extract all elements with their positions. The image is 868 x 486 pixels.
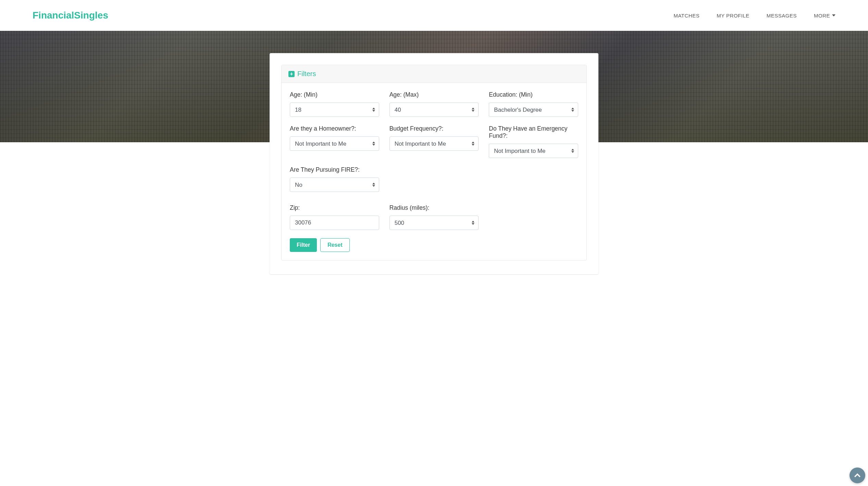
filters-body: Age: (Min) 18 Age: (Max) 40 bbox=[282, 83, 586, 260]
nav-links: MATCHES MY PROFILE MESSAGES MORE bbox=[673, 13, 835, 19]
zip-input[interactable] bbox=[290, 216, 379, 230]
zip-label: Zip: bbox=[290, 204, 379, 211]
nav-more-label: MORE bbox=[814, 13, 830, 19]
filters-title: Filters bbox=[297, 70, 316, 78]
nav-my-profile[interactable]: MY PROFILE bbox=[717, 13, 749, 19]
emergency-fund-select[interactable]: Not Important to Me bbox=[489, 144, 578, 158]
age-min-label: Age: (Min) bbox=[290, 91, 379, 98]
fire-label: Are They Pursuing FIRE?: bbox=[290, 166, 379, 173]
age-min-select[interactable]: 18 bbox=[290, 102, 379, 117]
chevron-down-icon bbox=[832, 14, 835, 16]
filters-panel: + Filters Age: (Min) 18 bbox=[281, 65, 587, 260]
budget-frequency-label: Budget Frequency?: bbox=[389, 125, 479, 132]
plus-icon: + bbox=[288, 71, 295, 77]
filters-header[interactable]: + Filters bbox=[282, 65, 586, 83]
nav-matches[interactable]: MATCHES bbox=[673, 13, 699, 19]
brand-logo[interactable]: FinancialSingles bbox=[33, 10, 108, 21]
nav-more[interactable]: MORE bbox=[814, 13, 835, 19]
radius-label: Radius (miles): bbox=[389, 204, 479, 211]
education-min-select[interactable]: Bachelor's Degree bbox=[489, 102, 578, 117]
fire-select[interactable]: No bbox=[290, 178, 379, 192]
budget-frequency-select[interactable]: Not Important to Me bbox=[389, 136, 479, 151]
emergency-fund-label: Do They Have an Emergency Fund?: bbox=[489, 125, 578, 139]
age-max-label: Age: (Max) bbox=[389, 91, 479, 98]
radius-select[interactable]: 500 bbox=[389, 216, 479, 230]
filters-card: + Filters Age: (Min) 18 bbox=[270, 53, 598, 274]
filter-button[interactable]: Filter bbox=[290, 238, 317, 252]
reset-button[interactable]: Reset bbox=[320, 238, 350, 252]
age-max-select[interactable]: 40 bbox=[389, 102, 479, 117]
navbar: FinancialSingles MATCHES MY PROFILE MESS… bbox=[0, 0, 868, 31]
homeowner-select[interactable]: Not Important to Me bbox=[290, 136, 379, 151]
education-min-label: Education: (Min) bbox=[489, 91, 578, 98]
homeowner-label: Are they a Homeowner?: bbox=[290, 125, 379, 132]
nav-messages[interactable]: MESSAGES bbox=[767, 13, 797, 19]
